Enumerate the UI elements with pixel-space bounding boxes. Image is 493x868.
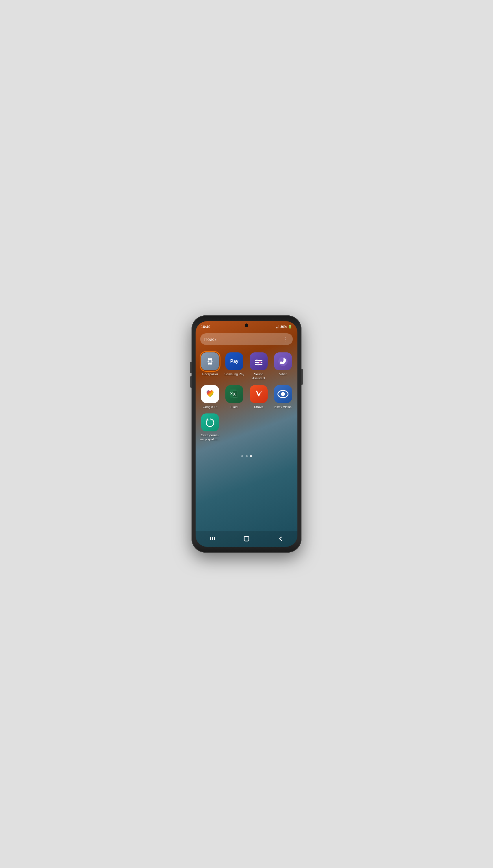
eye-outer <box>277 390 288 398</box>
refresh-icon <box>205 417 215 428</box>
status-time: 16:40 <box>201 325 210 329</box>
bixby-label: Bixby Vision <box>274 405 292 409</box>
svg-point-10 <box>257 364 259 365</box>
svg-rect-20 <box>214 537 215 540</box>
page-dot-3[interactable] <box>250 455 252 457</box>
pay-label: Pay <box>230 359 238 364</box>
app-grid: Настройки Pay Samsung Pay <box>196 345 297 443</box>
battery-full-icon: 🔋 <box>288 325 292 329</box>
eye-pupil <box>281 392 285 396</box>
samsung-pay-icon: Pay <box>226 352 243 370</box>
settings-label: Настройки <box>202 372 218 376</box>
app-strava[interactable]: Strava <box>246 383 271 411</box>
app-device-care[interactable]: Обслуживание устройст... <box>198 411 222 444</box>
gear-icon <box>206 357 215 366</box>
back-button[interactable] <box>273 534 287 544</box>
excel-label: Excel <box>231 405 238 409</box>
strava-label: Strava <box>254 405 263 409</box>
phone-wave-icon <box>278 356 288 367</box>
page-indicator <box>196 455 297 457</box>
device-care-label: Обслуживание устройст... <box>200 433 220 441</box>
viber-label: Viber <box>279 372 286 376</box>
phone-screen: 16:40 86% 🔋 Поиск ⋮ <box>196 321 297 547</box>
back-icon <box>277 536 283 542</box>
app-samsung-pay[interactable]: Pay Samsung Pay <box>222 350 246 383</box>
volume-up-button[interactable] <box>190 362 192 373</box>
recent-apps-button[interactable] <box>206 534 220 544</box>
svg-text:X: X <box>233 392 236 396</box>
google-fit-label: Google Fit <box>203 405 218 409</box>
svg-text:X: X <box>230 392 233 396</box>
samsung-pay-label: Samsung Pay <box>224 372 244 376</box>
volume-down-button[interactable] <box>190 376 192 388</box>
viber-icon <box>274 352 292 370</box>
page-dot-1[interactable] <box>241 455 243 457</box>
equalizer-icon <box>254 356 264 367</box>
settings-icon <box>201 352 219 370</box>
more-options-icon[interactable]: ⋮ <box>283 336 289 342</box>
svg-point-8 <box>259 362 261 363</box>
status-icons: 86% 🔋 <box>276 325 292 329</box>
app-google-fit[interactable]: Google Fit <box>198 383 222 411</box>
power-button[interactable] <box>301 369 303 385</box>
google-fit-icon <box>201 385 219 403</box>
strava-chevron-icon <box>254 389 264 399</box>
app-settings[interactable]: Настройки <box>198 350 222 383</box>
svg-rect-21 <box>244 537 249 541</box>
excel-logo-icon: X X <box>229 389 240 399</box>
page-dot-2[interactable] <box>245 455 248 457</box>
phone-device: 16:40 86% 🔋 Поиск ⋮ <box>192 316 301 552</box>
bixby-icon <box>274 385 292 403</box>
status-bar: 16:40 86% 🔋 <box>196 321 297 330</box>
search-text: Поиск <box>204 337 216 342</box>
fit-heart-icon <box>204 388 216 400</box>
app-bixby-vision[interactable]: Bixby Vision <box>271 383 295 411</box>
search-bar[interactable]: Поиск ⋮ <box>200 333 293 345</box>
svg-point-1 <box>209 360 212 363</box>
battery-icon: 86% <box>280 325 287 328</box>
recent-apps-icon <box>210 536 216 542</box>
app-excel[interactable]: X X Excel <box>222 383 246 411</box>
svg-marker-17 <box>206 418 209 420</box>
sound-assistant-label: SoundAssistant <box>252 372 265 381</box>
svg-rect-18 <box>210 537 211 540</box>
strava-icon <box>250 385 267 403</box>
home-icon <box>243 536 250 542</box>
excel-icon: X X <box>226 385 243 403</box>
camera-notch <box>245 324 248 327</box>
app-sound-assistant[interactable]: SoundAssistant <box>246 350 271 383</box>
device-care-icon <box>201 413 219 431</box>
bottom-navigation <box>196 530 297 547</box>
home-button[interactable] <box>239 534 254 544</box>
svg-point-6 <box>256 360 258 361</box>
svg-rect-19 <box>212 537 213 540</box>
app-viber[interactable]: Viber <box>271 350 295 383</box>
sound-assistant-icon <box>250 352 267 370</box>
signal-icon <box>276 325 279 328</box>
